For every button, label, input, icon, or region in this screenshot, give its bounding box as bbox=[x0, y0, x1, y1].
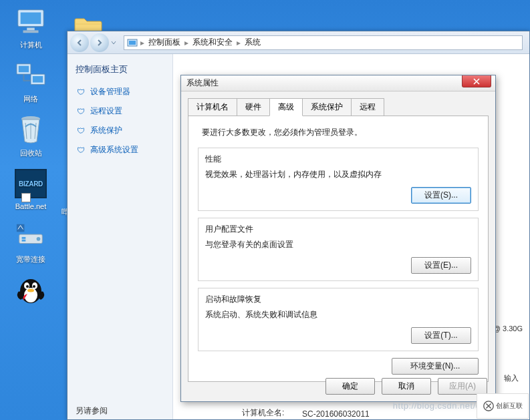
sidebar-seealso: 另请参阅 bbox=[76, 405, 108, 417]
tab-remote[interactable]: 远程 bbox=[351, 98, 384, 116]
tab-content-advanced: 要进行大多数更改，您必须作为管理员登录。 性能 视觉效果，处理器计划，内存使用，… bbox=[188, 116, 489, 382]
explorer-toolbar: ▸ 控制面板 ▸ 系统和安全 ▸ 系统 bbox=[68, 31, 529, 54]
computer-icon bbox=[15, 8, 46, 35]
blizzard-icon: BIZARD bbox=[15, 169, 47, 198]
svg-rect-10 bbox=[22, 237, 26, 239]
group-title: 用户配置文件 bbox=[205, 224, 471, 235]
desktop-icon-recycle[interactable]: 回收站 bbox=[4, 114, 57, 158]
shortcut-arrow-icon bbox=[21, 193, 31, 202]
desktop-icon-network[interactable]: 网络 bbox=[4, 59, 57, 104]
svg-rect-22 bbox=[129, 41, 136, 45]
desktop-icon-label: 宽带连接 bbox=[4, 254, 57, 264]
shield-icon: 🛡 bbox=[76, 126, 86, 136]
group-performance: 性能 视觉效果，处理器计划，内存使用，以及虚拟内存 设置(S)... bbox=[198, 148, 479, 211]
apply-button[interactable]: 应用(A) bbox=[438, 378, 487, 395]
desktop-icon-label: 计算机 bbox=[4, 40, 57, 50]
nav-back-button[interactable] bbox=[70, 33, 89, 52]
group-desc: 与您登录有关的桌面设置 bbox=[205, 239, 471, 250]
brand-logo-icon bbox=[483, 400, 495, 412]
desktop: 计算机 网络 回收站 BIZARD Battle.net 宽带连接 bbox=[0, 0, 67, 420]
control-panel-sidebar: 控制面板主页 🛡设备管理器 🛡远程设置 🛡系统保护 🛡高级系统设置 另请参阅 bbox=[68, 54, 173, 419]
env-variables-button[interactable]: 环境变量(N)... bbox=[392, 358, 479, 375]
svg-rect-11 bbox=[22, 240, 26, 242]
sidebar-link-device-manager[interactable]: 🛡设备管理器 bbox=[76, 86, 164, 97]
svg-point-12 bbox=[37, 237, 41, 241]
svg-point-20 bbox=[27, 289, 34, 292]
computer-name-value: SC-201606032011 bbox=[302, 409, 370, 419]
group-user-profiles: 用户配置文件 与您登录有关的桌面设置 设置(E)... bbox=[198, 218, 479, 281]
group-startup-recovery: 启动和故障恢复 系统启动、系统失败和调试信息 设置(T)... bbox=[198, 288, 479, 351]
dialog-title: 系统属性 bbox=[181, 75, 495, 91]
svg-rect-2 bbox=[27, 28, 35, 31]
tab-hardware[interactable]: 硬件 bbox=[237, 98, 270, 116]
nav-forward-button[interactable] bbox=[90, 33, 109, 52]
recycle-bin-icon bbox=[17, 115, 44, 144]
dialog-footer: 确定 取消 应用(A) bbox=[325, 378, 487, 395]
desktop-icon-label: 回收站 bbox=[4, 148, 57, 158]
svg-rect-5 bbox=[19, 66, 29, 73]
computer-name-label: 计算机全名: bbox=[242, 407, 284, 419]
desktop-icon-label: Battle.net bbox=[4, 202, 57, 210]
group-desc: 视觉效果，处理器计划，内存使用，以及虚拟内存 bbox=[205, 169, 471, 180]
shield-icon: 🛡 bbox=[76, 106, 86, 117]
close-button[interactable] bbox=[462, 75, 491, 87]
tab-advanced[interactable]: 高级 bbox=[269, 98, 303, 116]
settings-button-profiles[interactable]: 设置(E)... bbox=[411, 257, 471, 274]
cancel-button[interactable]: 取消 bbox=[382, 378, 431, 395]
svg-rect-3 bbox=[23, 30, 39, 33]
ok-button[interactable]: 确定 bbox=[325, 378, 375, 395]
modem-icon bbox=[15, 222, 46, 249]
svg-point-18 bbox=[26, 285, 29, 288]
admin-note: 要进行大多数更改，您必须作为管理员登录。 bbox=[202, 127, 479, 138]
control-panel-icon bbox=[127, 37, 138, 48]
desktop-icon-computer[interactable]: 计算机 bbox=[4, 5, 57, 50]
tab-bar: 计算机名 硬件 高级 系统保护 远程 bbox=[181, 91, 495, 116]
sidebar-link-protection[interactable]: 🛡系统保护 bbox=[76, 125, 164, 136]
tab-computer-name[interactable]: 计算机名 bbox=[188, 98, 237, 116]
desktop-icon-battlenet[interactable]: BIZARD Battle.net bbox=[4, 168, 57, 210]
close-icon bbox=[473, 78, 480, 85]
settings-button-startup[interactable]: 设置(T)... bbox=[411, 327, 471, 344]
svg-point-19 bbox=[33, 285, 35, 288]
breadcrumb[interactable]: ▸ 控制面板 ▸ 系统和安全 ▸ 系统 bbox=[124, 35, 523, 50]
svg-rect-1 bbox=[21, 13, 41, 24]
shield-icon: 🛡 bbox=[76, 87, 86, 97]
breadcrumb-item[interactable]: 控制面板 bbox=[144, 37, 184, 48]
tab-protection[interactable]: 系统保护 bbox=[302, 98, 352, 116]
shield-icon: 🛡 bbox=[76, 145, 86, 156]
network-icon bbox=[15, 62, 46, 89]
breadcrumb-item[interactable]: 系统和安全 bbox=[188, 37, 237, 48]
sidebar-link-advanced[interactable]: 🛡高级系统设置 bbox=[76, 144, 164, 156]
input-hint-text: 输入 bbox=[504, 373, 519, 383]
breadcrumb-item[interactable]: 系统 bbox=[241, 37, 265, 48]
qq-penguin-icon bbox=[15, 274, 46, 306]
desktop-icon-qq[interactable] bbox=[4, 274, 57, 306]
settings-button-performance[interactable]: 设置(S)... bbox=[411, 187, 471, 204]
sidebar-link-remote[interactable]: 🛡远程设置 bbox=[76, 106, 164, 117]
system-properties-dialog: 系统属性 计算机名 硬件 高级 系统保护 远程 要进行大多数更改，您必须作为管理… bbox=[180, 75, 496, 402]
sidebar-title: 控制面板主页 bbox=[76, 63, 164, 75]
desktop-icon-label: 网络 bbox=[4, 94, 57, 104]
group-desc: 系统启动、系统失败和调试信息 bbox=[205, 309, 471, 321]
brand-badge: 创新互联 bbox=[477, 393, 529, 419]
group-title: 性能 bbox=[205, 154, 471, 165]
desktop-icon-broadband[interactable]: 宽带连接 bbox=[4, 220, 57, 264]
group-title: 启动和故障恢复 bbox=[205, 294, 471, 305]
svg-rect-7 bbox=[33, 76, 43, 83]
nav-dropdown-icon[interactable] bbox=[109, 38, 118, 47]
